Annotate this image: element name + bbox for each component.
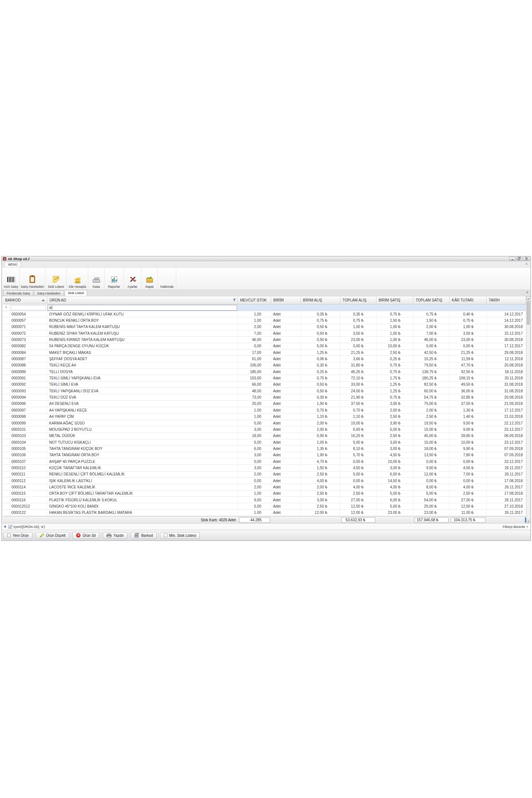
table-row[interactable]: 0000091TEKLİ SİMLİ YAPIŞKANLI EVA103,00A… — [3, 375, 530, 381]
restore-button[interactable] — [516, 257, 522, 261]
toolbar-button-stok-listesi[interactable]: Stok Listesi — [45, 267, 67, 290]
table-row[interactable]: 0000092TEKLİ SİMLİ EVA66,00Adet0,50 ₺33,… — [3, 382, 530, 388]
column-header-barkod[interactable]: BARKOD — [3, 296, 47, 304]
cell-toplam_alis: 0,00 ₺ — [340, 343, 376, 349]
table-row[interactable]: 0000122HAKAN BESİKTAS PLASTİK BARDAKLI M… — [3, 510, 530, 516]
urun-ad-filter-input[interactable]: a — [48, 305, 237, 311]
table-row[interactable]: 0000084MAKET BIÇAKLI MAKAS17,00Adet1,25 … — [3, 349, 530, 356]
column-header-tarih[interactable]: TARİH — [487, 296, 526, 304]
cell-barkod: 0000107 — [10, 458, 47, 464]
table-row[interactable]: 0000103METAL DÜDÜK18,00Adet0,90 ₺16,20 ₺… — [3, 433, 530, 439]
filter-cell-barkod[interactable] — [10, 304, 47, 311]
row-indicator — [3, 446, 10, 451]
toolbar-button-h-zl-sat[interactable]: Hızlı Satış — [3, 267, 20, 290]
table-row[interactable]: 0000104NOT TUTUCU KISKAÇLI5,00Adet1,00 ₺… — [3, 439, 530, 446]
toolbar-button-hakk-nda[interactable]: Hakkında — [158, 267, 176, 290]
toolbar-button-kapat[interactable]: Kapat — [141, 267, 158, 290]
filter-cell[interactable] — [301, 304, 340, 311]
filter-cell[interactable] — [413, 304, 450, 311]
table-row[interactable]: 0000087ŞEFFAF DOSYA ADET61,00Adet0,06 ₺3… — [3, 356, 530, 362]
table-row[interactable]: 0000110KÜÇÜK TARAFTAR KALEMLİK3,00Adet1,… — [3, 465, 530, 471]
table-row[interactable]: 0000107AHŞAP 40 PARÇA PUZZLE0,00Adet4,70… — [3, 458, 530, 465]
button-r-n-sil[interactable]: ✕Ürün Sil — [72, 532, 99, 539]
tab-menu[interactable]: MENÜ — [4, 262, 21, 267]
tab-perakende-sat[interactable]: Perakende Satış — [3, 290, 33, 296]
table-row[interactable]: 0000054OYNAR GÖZ RENKLİ KİRPİKLİ UFAK KU… — [3, 311, 530, 317]
button-yeni-r-n[interactable]: Yeni Ürün — [3, 532, 33, 539]
cell-toplam_satis: 42,50 ₺ — [413, 349, 450, 355]
button-yazd-r[interactable]: Yazdır — [103, 532, 127, 539]
barkod-filter-input[interactable] — [11, 305, 46, 310]
filter-funnel-icon[interactable] — [233, 299, 236, 302]
button-barkod[interactable]: Barkod — [131, 532, 157, 539]
toolbar-button-k-r-hesapla[interactable]: Kâr Hesapla — [67, 267, 88, 290]
column-header-birim[interactable]: BİRİM — [271, 296, 301, 304]
tab-stok-listesi[interactable]: Stok Listesi — [65, 290, 87, 296]
column-header-urun_ad[interactable]: ÜRÜN AD — [47, 296, 238, 304]
table-row[interactable]: 000012012GİNGKO 45*100 KOLİ BANDI5,00Ade… — [3, 503, 530, 509]
toolbar-button-kasa[interactable]: Kasa — [88, 267, 105, 290]
filter-cell[interactable] — [340, 304, 376, 311]
table-row[interactable]: 000008254 PARÇA DENGE OYUNU KÜÇÜK0,00Ade… — [3, 343, 530, 349]
filter-cell[interactable] — [271, 304, 301, 311]
table-row[interactable]: 0000097A4 YAPIŞKANLI KEÇE1,00Adet0,70 ₺0… — [3, 407, 530, 413]
title-bar[interactable]: Ak Shop v3.7 — [2, 256, 531, 261]
clear-filter-icon[interactable]: × — [4, 525, 6, 529]
button-min-stok-listesi[interactable]: Min. Stok Listesi — [160, 532, 200, 539]
scrollbar-thumb[interactable] — [527, 301, 530, 325]
scroll-up-icon[interactable]: ▲ — [526, 296, 530, 300]
filter-enabled-checkbox[interactable] — [8, 525, 12, 529]
cell-kar_tutari: 9,90 ₺ — [450, 446, 487, 451]
cell-tarih: 12.11.2018 — [487, 356, 526, 362]
toolbar-button-sat-hareketleri[interactable]: Satış Hareketleri — [20, 267, 45, 290]
table-row[interactable]: 0000099KARMA AĞAÇ SÜSÜ5,00Adet2,00 ₺10,0… — [3, 420, 530, 426]
table-row[interactable]: 0000057BONCUK RENKLİ ORTA BOY1,00Adet0,7… — [3, 317, 530, 324]
scroll-down-icon[interactable]: ▼ — [526, 519, 530, 523]
table-row[interactable]: 0000098A4 YAPAY ÇİM1,00Adet1,10 ₺1,10 ₺2… — [3, 414, 530, 420]
table-row[interactable]: 0000073RUBENİS KIRMIZI TAHTA KALEM KARTU… — [3, 337, 530, 343]
minimize-button[interactable] — [509, 257, 515, 261]
cell-birim_satis: 1,25 ₺ — [376, 388, 413, 394]
table-row[interactable]: 0000116PLASTİK FİGÜRLÜ KALEMLİK İLKOKUL9… — [3, 497, 530, 503]
toolbar-button-raporlar[interactable]: ▾Raporlar — [105, 267, 124, 290]
table-row[interactable]: 0000072RUBENİZ SİYAH TAHTA KALEM KATUŞU7… — [3, 330, 530, 337]
table-row[interactable]: 0000114LACOSTE İNCE KALEMLİK2,00Adet2,00… — [3, 484, 530, 490]
filter-cell[interactable] — [238, 304, 271, 311]
cell-barkod: 0000114 — [10, 484, 47, 490]
table-row[interactable]: 0000111RENKLİ DESENLİ ÇİFT BÖLMELİ KALEM… — [3, 471, 530, 478]
filter-cell-urun-ad[interactable]: a — [47, 304, 238, 311]
table-row[interactable]: 0000105TAHTA TANGRAM KÜÇÜK BOY6,00Adet1,… — [3, 446, 530, 452]
cell-toplam_satis: 0,00 ₺ — [413, 478, 450, 484]
toolbar-button-ayarlar[interactable]: ▾Ayarlar — [124, 267, 141, 290]
cell-birim_satis: 3,90 ₺ — [376, 420, 413, 426]
cell-barkod: 0000097 — [10, 407, 47, 413]
cell-kar_tutari: 28,80 ₺ — [450, 433, 487, 439]
button-r-n-d-zelt[interactable]: Ürün Düzelt — [36, 532, 69, 539]
table-row[interactable]: 0000115ORTA BOY ÇİFT BÖLMELİ TARAFTAR KA… — [3, 491, 530, 497]
filter-cell[interactable] — [487, 304, 526, 311]
column-header-toplam_satis[interactable]: TOPLAM SATIŞ — [413, 296, 450, 304]
filter-cell[interactable] — [450, 304, 487, 311]
column-header-mevcut_stok[interactable]: MEVCUT STOK — [238, 296, 271, 304]
table-row[interactable]: 0000112IŞIK KALEMLİK LASTİKLİ0,00Adet4,0… — [3, 478, 530, 484]
table-row[interactable]: 0000093TEKLİ YAPIŞKANLI DÜZ EVA48,00Adet… — [3, 388, 530, 394]
edit-filter-button[interactable]: Filtreyi düzenle ▼ — [503, 525, 528, 529]
column-header-birim_satis[interactable]: BİRİM SATIŞ — [376, 296, 413, 304]
tab-sat-haraketleri[interactable]: Satış Haraketleri — [34, 290, 64, 296]
column-header-birim_alis[interactable]: BİRİM ALIŞ — [301, 296, 340, 304]
table-row[interactable]: 0000094TEKLİ DÜZ EVA73,00Adet0,30 ₺21,90… — [3, 394, 530, 400]
filter-cell[interactable] — [376, 304, 413, 311]
close-tab-icon[interactable]: × — [526, 291, 528, 294]
column-header-toplam_alis[interactable]: TOPLAM ALIŞ — [340, 296, 376, 304]
cell-tarih: 17.08.2018 — [487, 491, 526, 497]
table-row[interactable]: 0000088TEKLİ KEÇE A4106,00Adet0,30 ₺31,8… — [3, 362, 530, 369]
collapse-ribbon-icon[interactable] — [525, 262, 528, 267]
table-row[interactable]: 0000096A4 DESENLİ EVA25,00Adet1,50 ₺37,5… — [3, 401, 530, 407]
table-row[interactable]: 0000089TELLİ DOSYA185,00Adet0,25 ₺46,25 … — [3, 369, 530, 375]
vertical-scrollbar[interactable]: ▲ ▼ — [526, 296, 530, 523]
table-row[interactable]: 0000071RUBENİS MAVİ TAHTA KALEM KARTUŞU2… — [3, 324, 530, 330]
table-row[interactable]: 0000101MOUSEPAD 3 BOYUTLU3,00Adet2,00 ₺6… — [3, 426, 530, 433]
table-row[interactable]: 0000106TAHTA TANGRAM ORTA BOY3,00Adet1,9… — [3, 452, 530, 458]
column-header-kar_tutari[interactable]: KÂR TUTARI — [450, 296, 487, 304]
close-window-button[interactable] — [523, 257, 529, 261]
